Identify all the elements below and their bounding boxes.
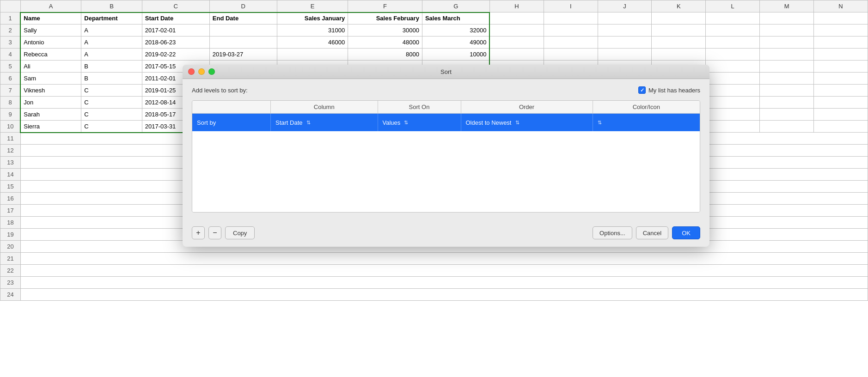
col-header-A[interactable]: A bbox=[20, 0, 81, 12]
col-header-H[interactable]: H bbox=[489, 0, 544, 12]
cell-J4[interactable] bbox=[598, 49, 652, 61]
cell-B1[interactable]: Department bbox=[81, 12, 142, 24]
sort-color-icon-select[interactable]: ⇅ bbox=[593, 114, 700, 131]
col-header-I[interactable]: I bbox=[544, 0, 598, 12]
cell-E2[interactable]: 31000 bbox=[277, 24, 348, 36]
cell-D4[interactable]: 2019-03-27 bbox=[209, 49, 277, 61]
options-button[interactable]: Options... bbox=[593, 226, 632, 239]
copy-button[interactable]: Copy bbox=[225, 226, 255, 239]
cell-B6[interactable]: B bbox=[81, 73, 142, 85]
cell-M6[interactable] bbox=[760, 73, 814, 85]
cell-A1[interactable]: Name bbox=[20, 12, 81, 24]
cell-G3[interactable]: 49000 bbox=[422, 36, 489, 49]
minimize-button[interactable] bbox=[198, 68, 205, 75]
cell-M8[interactable] bbox=[760, 97, 814, 109]
cell-L4[interactable] bbox=[706, 49, 760, 61]
cell-L2[interactable] bbox=[706, 24, 760, 36]
cell-A5[interactable]: Ali bbox=[20, 61, 81, 73]
col-header-F[interactable]: F bbox=[348, 0, 422, 12]
has-headers-checkbox[interactable] bbox=[638, 86, 646, 94]
cell-G2[interactable]: 32000 bbox=[422, 24, 489, 36]
cell-J2[interactable] bbox=[598, 24, 652, 36]
cell-A6[interactable]: Sam bbox=[20, 73, 81, 85]
cell-D3[interactable] bbox=[209, 36, 277, 49]
cell-N9[interactable] bbox=[814, 109, 868, 121]
cell-B9[interactable]: C bbox=[81, 109, 142, 121]
cell-A4[interactable]: Rebecca bbox=[20, 49, 81, 61]
cell-L1[interactable] bbox=[706, 12, 760, 24]
col-header-M[interactable]: M bbox=[760, 0, 814, 12]
cell-N8[interactable] bbox=[814, 97, 868, 109]
cancel-button[interactable]: Cancel bbox=[636, 226, 668, 239]
cell-B5[interactable]: B bbox=[81, 61, 142, 73]
sort-order-select[interactable]: Oldest to Newest ⇅ bbox=[461, 114, 593, 131]
cell-M2[interactable] bbox=[760, 24, 814, 36]
cell-D2[interactable] bbox=[209, 24, 277, 36]
cell-H3[interactable] bbox=[489, 36, 544, 49]
cell-I3[interactable] bbox=[544, 36, 598, 49]
sort-on-select[interactable]: Values ⇅ bbox=[378, 114, 461, 131]
cell-D1[interactable]: End Date bbox=[209, 12, 277, 24]
cell-A7[interactable]: Viknesh bbox=[20, 85, 81, 97]
cell-L3[interactable] bbox=[706, 36, 760, 49]
cell-K3[interactable] bbox=[652, 36, 706, 49]
cell-B2[interactable]: A bbox=[81, 24, 142, 36]
col-header-L[interactable]: L bbox=[706, 0, 760, 12]
col-header-D[interactable]: D bbox=[209, 0, 277, 12]
ok-button[interactable]: OK bbox=[672, 226, 700, 239]
cell-C4[interactable]: 2019-02-22 bbox=[142, 49, 209, 61]
close-button[interactable] bbox=[188, 68, 195, 75]
cell-E4[interactable] bbox=[277, 49, 348, 61]
cell-A2[interactable]: Sally bbox=[20, 24, 81, 36]
cell-E1[interactable]: Sales January bbox=[277, 12, 348, 24]
cell-N3[interactable] bbox=[814, 36, 868, 49]
cell-A9[interactable]: Sarah bbox=[20, 109, 81, 121]
cell-J1[interactable] bbox=[598, 12, 652, 24]
cell-I1[interactable] bbox=[544, 12, 598, 24]
cell-M10[interactable] bbox=[760, 121, 814, 133]
cell-L5[interactable] bbox=[706, 61, 760, 73]
cell-K4[interactable] bbox=[652, 49, 706, 61]
cell-N7[interactable] bbox=[814, 85, 868, 97]
cell-H2[interactable] bbox=[489, 24, 544, 36]
col-header-B[interactable]: B bbox=[81, 0, 142, 12]
cell-C2[interactable]: 2017-02-01 bbox=[142, 24, 209, 36]
cell-B7[interactable]: C bbox=[81, 85, 142, 97]
cell-H4[interactable] bbox=[489, 49, 544, 61]
cell-E3[interactable]: 46000 bbox=[277, 36, 348, 49]
add-level-button[interactable]: + bbox=[192, 226, 205, 239]
col-header-N[interactable]: N bbox=[814, 0, 868, 12]
col-header-G[interactable]: G bbox=[422, 0, 489, 12]
cell-F2[interactable]: 30000 bbox=[348, 24, 422, 36]
maximize-button[interactable] bbox=[208, 68, 215, 75]
cell-L10[interactable] bbox=[706, 121, 760, 133]
cell-L8[interactable] bbox=[706, 97, 760, 109]
cell-N5[interactable] bbox=[814, 61, 868, 73]
col-header-C[interactable]: C bbox=[142, 0, 209, 12]
cell-H1[interactable] bbox=[489, 12, 544, 24]
col-header-K[interactable]: K bbox=[652, 0, 706, 12]
cell-N2[interactable] bbox=[814, 24, 868, 36]
cell-N4[interactable] bbox=[814, 49, 868, 61]
cell-L6[interactable] bbox=[706, 73, 760, 85]
cell-M4[interactable] bbox=[760, 49, 814, 61]
cell-G4[interactable]: 10000 bbox=[422, 49, 489, 61]
cell-K2[interactable] bbox=[652, 24, 706, 36]
col-header-J[interactable]: J bbox=[598, 0, 652, 12]
cell-M7[interactable] bbox=[760, 85, 814, 97]
cell-B10[interactable]: C bbox=[81, 121, 142, 133]
cell-C1[interactable]: Start Date bbox=[142, 12, 209, 24]
cell-A8[interactable]: Jon bbox=[20, 97, 81, 109]
cell-J3[interactable] bbox=[598, 36, 652, 49]
cell-M3[interactable] bbox=[760, 36, 814, 49]
cell-F1[interactable]: Sales February bbox=[348, 12, 422, 24]
cell-N1[interactable] bbox=[814, 12, 868, 24]
cell-F3[interactable]: 48000 bbox=[348, 36, 422, 49]
cell-M5[interactable] bbox=[760, 61, 814, 73]
cell-F4[interactable]: 8000 bbox=[348, 49, 422, 61]
col-header-E[interactable]: E bbox=[277, 0, 348, 12]
cell-A10[interactable]: Sierra bbox=[20, 121, 81, 133]
cell-N10[interactable] bbox=[814, 121, 868, 133]
cell-B8[interactable]: C bbox=[81, 97, 142, 109]
cell-I4[interactable] bbox=[544, 49, 598, 61]
